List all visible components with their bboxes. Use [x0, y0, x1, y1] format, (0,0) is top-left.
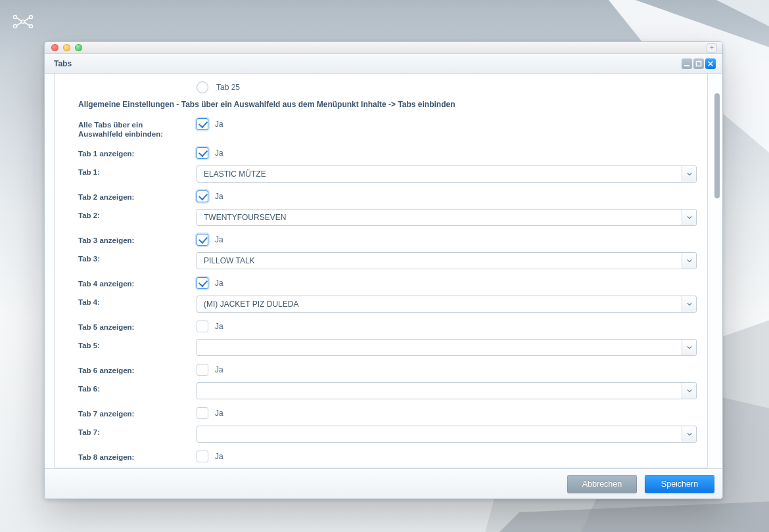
tab-2-yes: Ja: [215, 192, 223, 201]
tab-3-show-label: Tab 3 anzeigen:: [78, 234, 189, 245]
tab-5-yes: Ja: [215, 322, 223, 331]
panel-close-button[interactable]: [705, 58, 716, 69]
add-tab-button[interactable]: +: [707, 43, 717, 53]
tab-7-show-label: Tab 7 anzeigen:: [78, 407, 189, 418]
section-title: Allgemeine Einstellungen - Tabs über ein…: [78, 100, 697, 109]
tab-1-selected-value: ELASTIC MÜTZE: [197, 169, 682, 179]
tab-4-select-label: Tab 4:: [78, 296, 189, 307]
tab-4-combobox[interactable]: (MI) JACKET PIZ DULEDA: [197, 296, 697, 313]
cancel-button-label: Abbrechen: [582, 479, 622, 489]
tab-1-show-checkbox[interactable]: [197, 147, 208, 159]
traffic-lights: [51, 44, 82, 51]
tab-4-yes: Ja: [215, 278, 223, 288]
row-tab-8-show: Tab 8 anzeigen: Ja: [78, 451, 697, 462]
row-all-tabs: Alle Tabs über ein Auswahlfeld einbinden…: [78, 118, 697, 139]
tab-1-yes: Ja: [215, 148, 223, 158]
form-panel: Tab 25 Allgemeine Einstellungen - Tabs ü…: [54, 74, 708, 468]
close-window-button[interactable]: [51, 44, 58, 51]
tab-8-yes: Ja: [215, 452, 223, 461]
tab-1-show-label: Tab 1 anzeigen:: [78, 147, 189, 158]
chevron-down-icon: [682, 253, 696, 269]
tab-2-show-label: Tab 2 anzeigen:: [78, 190, 189, 202]
row-tab-6-select: Tab 6:: [78, 382, 697, 399]
minimize-window-button[interactable]: [63, 44, 70, 51]
tab-3-combobox[interactable]: PILLOW TALK: [197, 252, 697, 269]
chevron-down-icon: [682, 210, 696, 225]
chevron-down-icon: [682, 340, 696, 355]
tab-2-combobox[interactable]: TWENTYFOURSEVEN: [197, 209, 697, 226]
tab-3-show-checkbox[interactable]: [197, 234, 208, 246]
radio-tab-25-label: Tab 25: [216, 83, 240, 92]
row-tab-4-show: Tab 4 anzeigen: Ja: [78, 277, 697, 289]
tab-5-show-checkbox[interactable]: [197, 321, 208, 332]
chevron-down-icon: [682, 166, 696, 182]
all-tabs-yes: Ja: [215, 120, 223, 129]
save-button-label: Speichern: [661, 479, 698, 489]
row-tab-5-show: Tab 5 anzeigen: Ja: [78, 321, 697, 332]
dialog-window: + Tabs Tab 25 Allgemein: [44, 41, 723, 499]
svg-point-5: [14, 16, 17, 19]
tab-8-show-label: Tab 8 anzeigen:: [78, 451, 189, 462]
tab-2-selected-value: TWENTYFOURSEVEN: [197, 213, 682, 222]
tab-2-select-label: Tab 2:: [78, 209, 189, 220]
tab-6-show-checkbox[interactable]: [197, 364, 208, 376]
save-button[interactable]: Speichern: [645, 475, 714, 493]
chevron-down-icon: [682, 296, 696, 312]
tab-1-select-label: Tab 1:: [78, 166, 189, 177]
row-tab-1-select: Tab 1: ELASTIC MÜTZE: [78, 166, 697, 183]
row-tab-2-select: Tab 2: TWENTYFOURSEVEN: [78, 209, 697, 226]
row-tab-3-show: Tab 3 anzeigen: Ja: [78, 234, 697, 246]
all-tabs-checkbox[interactable]: [197, 118, 208, 130]
svg-rect-15: [697, 61, 701, 66]
svg-line-12: [24, 18, 30, 21]
panel-minimize-button[interactable]: [682, 58, 692, 69]
zoom-window-button[interactable]: [75, 44, 82, 51]
tab-7-show-checkbox[interactable]: [197, 407, 208, 419]
svg-point-7: [22, 20, 25, 24]
svg-point-9: [30, 25, 33, 28]
row-tab-6-show: Tab 6 anzeigen: Ja: [78, 364, 697, 376]
row-tab-4-select: Tab 4: (MI) JACKET PIZ DULEDA: [78, 296, 697, 313]
radio-tab-25[interactable]: [197, 81, 208, 93]
vertical-scrollbar[interactable]: [714, 80, 720, 462]
tab-6-yes: Ja: [215, 365, 223, 374]
tab-8-show-checkbox[interactable]: [197, 451, 208, 462]
macos-titlebar: +: [45, 42, 722, 54]
radio-tab-25-row: Tab 25: [197, 81, 697, 93]
row-tab-7-show: Tab 7 anzeigen: Ja: [78, 407, 697, 419]
svg-point-8: [30, 16, 33, 19]
tab-5-show-label: Tab 5 anzeigen:: [78, 321, 189, 332]
panel-maximize-button[interactable]: [693, 58, 704, 69]
tab-5-select-label: Tab 5:: [78, 339, 189, 350]
tab-4-selected-value: (MI) JACKET PIZ DULEDA: [197, 299, 682, 309]
row-tab-3-select: Tab 3: PILLOW TALK: [78, 252, 697, 269]
chevron-down-icon: [682, 383, 696, 399]
row-tab-2-show: Tab 2 anzeigen: Ja: [78, 190, 697, 202]
chevron-down-icon: [682, 426, 696, 442]
tab-4-show-label: Tab 4 anzeigen:: [78, 277, 189, 288]
dialog-footer: Abbrechen Speichern: [45, 468, 722, 499]
row-tab-7-select: Tab 7:: [78, 426, 697, 443]
tab-6-select-label: Tab 6:: [78, 382, 189, 393]
cancel-button[interactable]: Abbrechen: [567, 475, 637, 493]
tab-5-combobox[interactable]: [197, 339, 697, 356]
app-logo: [12, 14, 34, 31]
svg-marker-4: [480, 499, 769, 532]
scrollbar-thumb[interactable]: [714, 93, 720, 198]
window-content: Tab 25 Allgemeine Einstellungen - Tabs ü…: [45, 74, 722, 468]
tab-1-combobox[interactable]: ELASTIC MÜTZE: [197, 166, 697, 183]
window-title: Tabs: [54, 59, 72, 68]
tab-2-show-checkbox[interactable]: [197, 190, 208, 202]
window-controls: [682, 58, 716, 69]
tab-3-select-label: Tab 3:: [78, 252, 189, 263]
tab-3-yes: Ja: [215, 235, 223, 244]
tab-7-yes: Ja: [215, 409, 223, 418]
svg-line-11: [16, 22, 22, 26]
svg-line-13: [24, 22, 30, 26]
svg-point-6: [14, 25, 17, 28]
tab-6-combobox[interactable]: [197, 382, 697, 399]
tab-4-show-checkbox[interactable]: [197, 277, 208, 289]
tab-6-show-label: Tab 6 anzeigen:: [78, 364, 189, 375]
tab-7-combobox[interactable]: [197, 426, 697, 443]
all-tabs-label: Alle Tabs über ein Auswahlfeld einbinden…: [78, 118, 189, 139]
